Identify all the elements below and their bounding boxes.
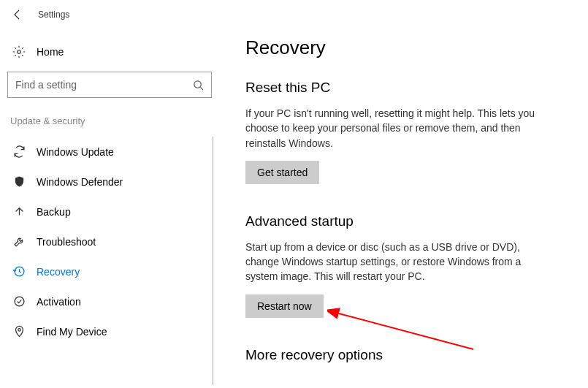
advanced-heading: Advanced startup (245, 213, 566, 229)
arrow-left-icon (12, 9, 23, 20)
upload-icon (12, 205, 26, 218)
sidebar-item-label: Recovery (37, 266, 80, 278)
back-button[interactable] (9, 6, 26, 23)
svg-point-1 (194, 80, 201, 87)
sidebar-item-label: Activation (37, 296, 81, 308)
svg-point-2 (15, 297, 24, 306)
sidebar-item-label: Windows Defender (37, 176, 123, 188)
history-icon (12, 265, 26, 278)
sidebar-item-find-my-device[interactable]: Find My Device (6, 316, 213, 346)
search-input[interactable] (15, 79, 193, 91)
reset-heading: Reset this PC (245, 80, 566, 96)
sidebar-item-backup[interactable]: Backup (6, 197, 213, 227)
sidebar-item-windows-update[interactable]: Windows Update (6, 137, 213, 167)
shield-icon (12, 175, 26, 188)
sidebar-item-windows-defender[interactable]: Windows Defender (6, 167, 213, 197)
check-circle-icon (12, 295, 26, 308)
search-icon (193, 80, 204, 91)
sidebar-item-label: Backup (37, 206, 71, 218)
advanced-desc: Start up from a device or disc (such as … (245, 240, 552, 284)
sidebar: Home Update & security Windows Update Wi… (0, 29, 219, 388)
reset-desc: If your PC isn't running well, resetting… (245, 106, 552, 151)
search-box[interactable] (7, 72, 212, 98)
sync-icon (12, 145, 26, 158)
sidebar-item-label: Find My Device (37, 326, 107, 338)
get-started-button[interactable]: Get started (245, 161, 319, 184)
restart-now-button[interactable]: Restart now (245, 294, 324, 318)
sidebar-item-troubleshoot[interactable]: Troubleshoot (6, 227, 213, 256)
more-heading: More recovery options (245, 347, 566, 363)
gear-icon (12, 45, 26, 58)
wrench-icon (12, 235, 26, 248)
nav-list: Windows Update Windows Defender Backup T… (6, 137, 213, 385)
category-label: Update & security (6, 111, 213, 137)
home-button[interactable]: Home (6, 38, 213, 66)
sidebar-item-recovery[interactable]: Recovery (6, 256, 213, 286)
sidebar-item-activation[interactable]: Activation (6, 286, 213, 316)
svg-point-0 (18, 50, 21, 54)
page-title: Recovery (245, 37, 566, 59)
svg-point-3 (18, 329, 20, 332)
main-content: Recovery Reset this PC If your PC isn't … (219, 29, 588, 388)
header-title: Settings (38, 9, 69, 20)
home-label: Home (37, 46, 64, 58)
sidebar-item-label: Windows Update (37, 146, 114, 158)
window-header: Settings (0, 0, 588, 29)
location-icon (12, 325, 26, 338)
sidebar-item-label: Troubleshoot (37, 236, 96, 248)
